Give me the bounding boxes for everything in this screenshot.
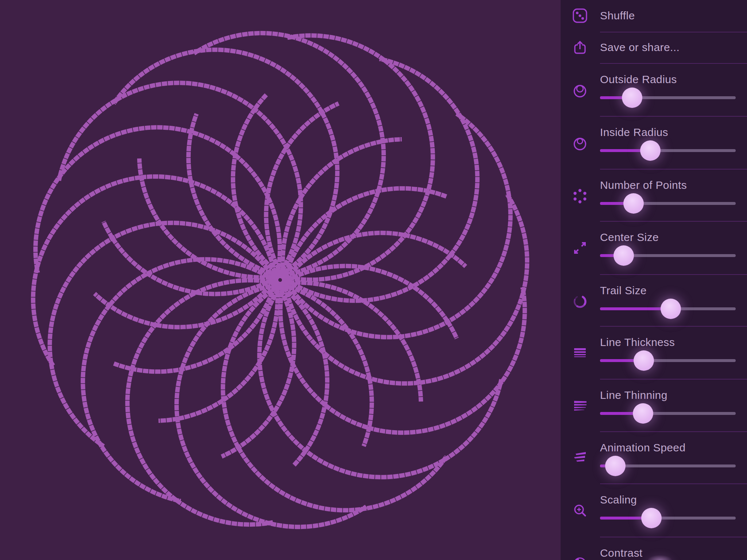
speed-icon [572,450,588,466]
outside-radius-icon [572,82,588,98]
slider-knob[interactable] [605,456,626,476]
slider-row-scaling: Scaling [561,483,747,537]
slider-row-center-size: Center Size [561,221,747,274]
slider-row-inside-radius: Inside Radius [561,116,747,169]
button-row-share[interactable]: Save or share... [561,32,747,63]
controls-sidebar: ShuffleSave or share...Outside RadiusIns… [561,0,747,560]
contrast-icon [572,556,588,560]
slider-row-outside-radius: Outside Radius [561,63,747,116]
points-icon [572,188,588,204]
slider-label: Contrast [600,546,643,560]
slider-label: Number of Points [600,178,687,192]
line-thickness-icon [572,345,588,361]
slider-label: Center Size [600,230,659,244]
slider-row-trail-size: Trail Size [561,274,747,326]
slider-knob[interactable] [622,88,642,108]
slider-row-line-thickness: Line Thickness [561,326,747,379]
line-thinning-icon [572,398,588,414]
slider-track[interactable] [600,149,736,152]
button-label: Shuffle [600,9,635,23]
slider-knob[interactable] [661,299,681,319]
slider-track[interactable] [600,202,736,205]
slider-knob[interactable] [614,245,634,266]
trail-arc-icon [572,293,588,309]
contrast-knob-glow [647,555,673,560]
slider-row-animation-speed: Animation Speed [561,431,747,483]
app-window: ShuffleSave or share...Outside RadiusIns… [0,0,747,560]
slider-label: Inside Radius [600,125,668,139]
inside-radius-icon [572,135,588,151]
button-row-dice[interactable]: Shuffle [561,0,747,32]
slider-knob[interactable] [640,140,661,161]
dice-icon [572,8,588,24]
slider-row-number-of-points: Number of Points [561,169,747,221]
slider-row-line-thinning: Line Thinning [561,379,747,431]
slider-label: Line Thickness [600,335,675,349]
slider-track[interactable] [600,412,736,415]
slider-label: Line Thinning [600,388,667,402]
share-icon [572,39,588,55]
slider-track[interactable] [600,517,736,520]
slider-fill [600,307,671,310]
slider-knob[interactable] [641,508,662,528]
slider-knob[interactable] [633,403,653,424]
slider-track[interactable] [600,96,736,99]
slider-label: Scaling [600,493,637,507]
button-label: Save or share... [600,40,680,54]
slider-label: Outside Radius [600,73,677,86]
slider-knob[interactable] [623,193,644,214]
slider-track[interactable] [600,359,736,362]
slider-label: Animation Speed [600,441,686,455]
slider-label: Trail Size [600,284,647,298]
slider-knob[interactable] [634,350,654,371]
spirograph-pattern-canvas[interactable] [0,0,561,560]
zoom-in-icon [572,502,588,518]
expand-icon [572,240,588,256]
